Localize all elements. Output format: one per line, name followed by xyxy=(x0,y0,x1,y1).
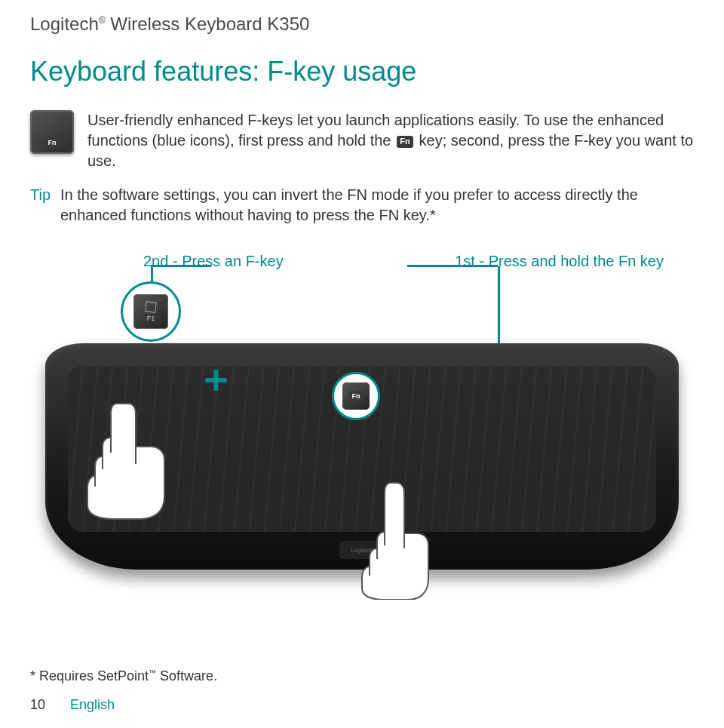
language-label: English xyxy=(70,697,115,712)
keyboard-diagram: 2nd - Press an F-key 1st - Press and hol… xyxy=(30,253,694,607)
page-footer: 10 English xyxy=(30,697,115,713)
fn-inline-icon: Fn xyxy=(397,136,413,148)
intro-block: Fn User-friendly enhanced F-keys let you… xyxy=(30,110,694,171)
footnote-a: * Requires SetPoint xyxy=(30,668,149,683)
f1-key-icon: F1 xyxy=(133,294,168,329)
plus-icon: + xyxy=(204,355,229,404)
tip-label: Tip xyxy=(30,186,51,203)
footnote: * Requires SetPoint™ Software. xyxy=(30,668,217,684)
callout-second: 2nd - Press an F-key xyxy=(143,253,284,270)
tm-mark: ™ xyxy=(149,668,156,677)
brand: Logitech xyxy=(30,14,99,34)
callout-first-rest: - Press and hold the Fn key xyxy=(475,253,664,269)
intro-text: User-friendly enhanced F-keys let you la… xyxy=(87,110,694,171)
fn-icon: Fn xyxy=(348,391,364,401)
fn-key-circle: Fn xyxy=(332,372,380,420)
word-app-icon xyxy=(145,301,157,313)
intro-line1: User-friendly enhanced F-keys let you la… xyxy=(87,112,520,128)
footnote-b: Software. xyxy=(156,668,217,683)
connector-line xyxy=(151,265,211,267)
connector-line xyxy=(151,266,153,281)
page-number: 10 xyxy=(30,697,45,712)
fn-key-icon: Fn xyxy=(342,382,370,410)
hand-right-icon xyxy=(353,479,436,600)
fn-icon: Fn xyxy=(44,137,60,148)
f1-key-circle: F1 xyxy=(121,281,181,342)
product-name: Wireless Keyboard K350 xyxy=(110,14,309,34)
section-title: Keyboard features: F-key usage xyxy=(30,56,694,88)
tip-text: In the software settings, you can invert… xyxy=(30,185,694,226)
tip-block: Tip In the software settings, you can in… xyxy=(30,185,694,226)
connector-line xyxy=(407,265,498,267)
f1-label: F1 xyxy=(147,315,155,322)
fn-key-illustration: Fn xyxy=(30,110,74,154)
registered-mark: ® xyxy=(99,15,106,26)
product-header: Logitech® Wireless Keyboard K350 xyxy=(30,14,694,35)
hand-left-icon xyxy=(75,400,173,521)
callout-row: 2nd - Press an F-key 1st - Press and hol… xyxy=(30,253,694,270)
callout-first: 1st - Press and hold the Fn key xyxy=(455,253,664,270)
